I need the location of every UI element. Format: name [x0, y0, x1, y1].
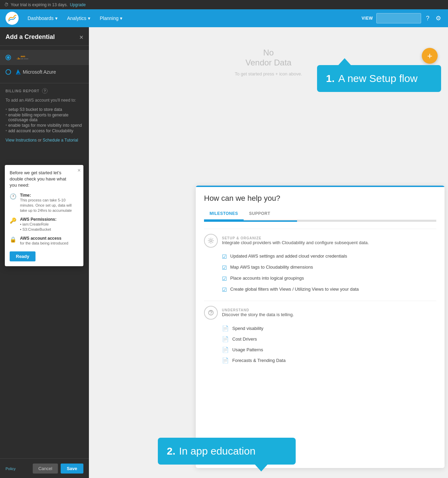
precheck-time: 🕐 Time: This process can take 5-10 minut… — [10, 193, 79, 214]
setup-desc: Integrate cloud providers with Cloudabil… — [222, 240, 369, 245]
privacy-link[interactable]: Policy — [6, 467, 16, 471]
help-panel: How can we help you? MILESTONES SUPPORT — [196, 186, 445, 468]
billing-links: View Instructions or Schedule a Tutorial — [6, 138, 83, 143]
billing-step-2: enable billing reports to generate cost/… — [6, 112, 83, 123]
doc-item-1: 📄 Spend visability — [204, 323, 436, 334]
doc-item-3-text: Usage Patterns — [232, 347, 263, 352]
clock-icon: 🕐 — [10, 193, 17, 200]
doc-item-2: 📄 Cost Drivers — [204, 334, 436, 344]
check-icon-1: ☑ — [222, 253, 227, 260]
billing-section: BILLING REPORT ? To add an AWS account y… — [0, 83, 89, 478]
azure-label: Microsoft Azure — [23, 69, 56, 75]
chevron-down-icon: ▾ — [55, 15, 58, 21]
view-select[interactable] — [376, 13, 421, 23]
precheck-access-label: AWS account access — [20, 236, 79, 241]
tab-indicator — [204, 220, 436, 222]
key-icon: 🔑 — [10, 217, 17, 224]
doc-icon-4: 📄 — [222, 357, 229, 364]
provider-azure[interactable]: Microsoft Azure — [0, 65, 89, 79]
billing-title: BILLING REPORT ? — [6, 88, 83, 94]
top-nav: Dashboards ▾ Analytics ▾ Planning ▾ VIEW… — [0, 9, 448, 27]
section-setup: SETUP & ORGANIZE Integrate cloud provide… — [204, 229, 436, 295]
trial-text: Your trial is expiring in 13 days. — [11, 2, 68, 7]
precheck-title: Before we get started let’s double check… — [10, 170, 79, 189]
no-vendor-title: NoVendor Data — [245, 48, 291, 68]
setup-category: SETUP & ORGANIZE — [222, 236, 369, 240]
nav-planning[interactable]: Planning ▾ — [96, 13, 126, 23]
section-understand: UNDERSTAND Discover the story the data i… — [204, 301, 436, 366]
cancel-button[interactable]: Cancel — [33, 464, 58, 474]
setup-item-1-text: Updated AWS settings and added cloud ven… — [230, 253, 347, 259]
doc-icon-1: 📄 — [222, 325, 229, 332]
svg-point-6 — [211, 314, 211, 315]
right-content: + NoVendor Data To get started press + i… — [89, 27, 448, 478]
understand-icon — [204, 306, 218, 320]
tab-milestones[interactable]: MILESTONES — [204, 208, 244, 220]
callout2-text: In app education — [179, 445, 255, 457]
callout-setup-flow: 1. A new Setup flow — [317, 65, 441, 92]
radio-dot-aws — [7, 56, 10, 59]
understand-category: UNDERSTAND — [222, 308, 294, 312]
billing-step-3: enable tags for more visibility into spe… — [6, 123, 83, 128]
precheck-time-label: Time: — [20, 193, 79, 198]
callout2-number: 2. — [167, 445, 175, 457]
modal-header: Add a Credential × — [0, 27, 89, 46]
precheck-time-text: This process can take 5-10 minutes. Once… — [20, 198, 79, 214]
precheck-access: 🔒 AWS account access for the data being … — [10, 236, 79, 246]
schedule-tutorial-link[interactable]: Schedule a Tutorial — [43, 138, 78, 143]
azure-logo: Microsoft Azure — [14, 69, 56, 75]
understand-header: UNDERSTAND Discover the story the data i… — [204, 301, 436, 323]
billing-steps-list: setup S3 bucket to store data enable bil… — [6, 107, 83, 134]
nav-analytics[interactable]: Analytics ▾ — [64, 13, 94, 23]
setup-item-2-text: Map AWS tags to Cloudability dimensions — [230, 264, 313, 270]
precheck-perms-label: AWS Permissions: — [20, 217, 79, 222]
doc-item-2-text: Cost Drivers — [232, 336, 257, 342]
add-vendor-button[interactable]: + — [422, 48, 438, 64]
ready-button[interactable]: Ready — [10, 251, 35, 261]
modal-close-button[interactable]: × — [79, 34, 83, 41]
save-button[interactable]: Save — [61, 464, 83, 474]
callout-in-app-education: 2. In app education — [158, 438, 296, 465]
help-button[interactable]: ? — [425, 13, 431, 23]
aws-logo: aws web services — [14, 53, 28, 62]
doc-item-4: 📄 Forecasts & Trending Data — [204, 355, 436, 366]
info-icon[interactable]: ? — [42, 88, 48, 94]
logo[interactable] — [6, 12, 19, 25]
billing-step-4: add account access for Cloudability — [6, 128, 83, 134]
settings-button[interactable]: ⚙ — [434, 13, 442, 23]
provider-aws[interactable]: aws web services — [0, 50, 89, 65]
main-area: Add a Credential × aws web services — [0, 27, 448, 478]
provider-list: aws web services Microsoft Azure — [0, 46, 89, 83]
chevron-down-icon: ▾ — [120, 15, 122, 21]
nav-dashboards[interactable]: Dashboards ▾ — [24, 13, 61, 23]
lock-icon: 🔒 — [10, 236, 17, 243]
tab-support[interactable]: SUPPORT — [244, 208, 276, 220]
upgrade-link[interactable]: Upgrade — [70, 2, 86, 7]
precheck-access-text: for the data being introduced — [20, 241, 79, 246]
precheck-permissions: 🔑 AWS Permissions: • iam:CreateRole• S3:… — [10, 217, 79, 232]
radio-azure — [6, 69, 11, 75]
clock-icon: ⏱ — [4, 2, 9, 7]
check-icon-3: ☑ — [222, 276, 227, 282]
view-instructions-link[interactable]: View Instructions — [6, 138, 37, 143]
billing-step-1: setup S3 bucket to store data — [6, 107, 83, 112]
doc-item-1-text: Spend visability — [232, 326, 263, 331]
setup-item-4: ☑ Create global filters with Views / Uti… — [204, 284, 436, 295]
callout1-text: A new Setup flow — [338, 73, 417, 84]
doc-item-3: 📄 Usage Patterns — [204, 344, 436, 355]
callout1-number: 1. — [326, 73, 335, 84]
chevron-down-icon: ▾ — [88, 15, 90, 21]
doc-icon-3: 📄 — [222, 346, 229, 353]
setup-item-1: ☑ Updated AWS settings and added cloud v… — [204, 251, 436, 262]
svg-text:web services: web services — [21, 58, 28, 60]
no-vendor-sub: To get started press + icon above. — [235, 71, 302, 76]
nav-right: VIEW ? ⚙ — [362, 13, 442, 23]
modal-footer: Policy Cancel Save — [0, 458, 89, 478]
setup-icon — [204, 234, 218, 248]
setup-item-4-text: Create global filters with Views / Utili… — [230, 286, 359, 292]
setup-item-2: ☑ Map AWS tags to Cloudability dimension… — [204, 262, 436, 273]
precheck-close-button[interactable]: × — [78, 168, 81, 173]
setup-header: SETUP & ORGANIZE Integrate cloud provide… — [204, 229, 436, 251]
setup-item-3-text: Place accounts into logical groupings — [230, 275, 304, 281]
precheck-popup: × Before we get started let’s double che… — [5, 165, 83, 266]
